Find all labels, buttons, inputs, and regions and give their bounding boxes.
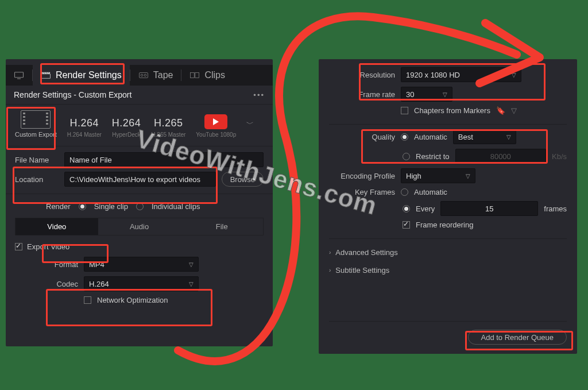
file-name-input[interactable]	[64, 152, 264, 167]
subtab-audio[interactable]: Audio	[98, 218, 181, 235]
export-video-label: Export Video	[27, 242, 69, 251]
quality-select[interactable]: Best▽	[453, 129, 516, 144]
svg-rect-6	[195, 73, 199, 78]
format-select[interactable]: MP4▽	[84, 257, 199, 272]
add-to-render-queue-button[interactable]: Add to Render Queue	[468, 330, 567, 345]
render-settings-panel: Render Settings - Custom Export ••• Cust…	[6, 59, 273, 346]
subtab-file[interactable]: File	[180, 218, 263, 235]
tab-render-settings[interactable]: Render Settings	[33, 65, 130, 86]
panel-menu-icon[interactable]: •••	[253, 91, 265, 99]
format-label: Format	[15, 260, 78, 269]
preset-sub: HyperDeck	[112, 132, 140, 138]
key-frames-label: Key Frames	[329, 188, 395, 196]
clapper-icon	[41, 71, 51, 79]
svg-point-4	[144, 74, 146, 76]
frame-rate-label: Frame rate	[329, 90, 395, 99]
tape-icon	[138, 71, 149, 79]
chevron-down-icon: ▽	[512, 72, 516, 78]
svg-rect-1	[42, 74, 51, 79]
svg-rect-0	[15, 72, 24, 78]
resolution-label: Resolution	[329, 71, 395, 79]
bookmark-icon: 🔖	[496, 106, 505, 115]
bitrate-input[interactable]: 80000	[455, 149, 546, 164]
resolution-select[interactable]: 1920 x 1080 HD▽	[401, 67, 521, 82]
kf-every-label: Every	[416, 204, 435, 213]
tab-clips[interactable]: Clips	[181, 65, 233, 86]
advanced-settings-expander[interactable]: › Advanced Settings	[329, 244, 567, 261]
render-label: Render	[46, 202, 71, 211]
radio-individual-clips[interactable]	[136, 203, 144, 210]
svg-rect-5	[191, 73, 195, 78]
kf-auto-label: Automatic	[414, 188, 447, 196]
render-settings-panel-right: Resolution 1920 x 1080 HD▽ Frame rate 30…	[319, 59, 577, 354]
chevron-down-icon: ▽	[466, 173, 470, 179]
network-opt-label: Network Optimization	[97, 296, 168, 304]
chevron-down-icon: ▽	[189, 261, 194, 268]
preset-youtube-1080p[interactable]: YouTube 1080p	[196, 114, 236, 138]
radio-quality-restrict[interactable]	[403, 153, 410, 160]
preset-h265-master[interactable]: H.265 H.265 Master	[151, 117, 185, 138]
chevron-down-icon: ▽	[506, 134, 511, 140]
preset-custom-export[interactable]: Custom Export	[15, 110, 57, 138]
chevron-down-icon: ▽	[443, 91, 447, 98]
file-name-label: File Name	[15, 156, 59, 164]
subtitle-label: Subtitle Settings	[335, 266, 389, 275]
frame-reorder-label: Frame reordering	[416, 221, 473, 229]
encoding-profile-label: Encoding Profile	[329, 172, 395, 180]
chapters-checkbox[interactable]	[401, 107, 408, 114]
preset-hyperdeck[interactable]: H.264 HyperDeck	[112, 117, 141, 138]
svg-point-3	[141, 74, 143, 76]
preset-big: H.264	[69, 117, 99, 129]
subtab-video[interactable]: Video	[16, 218, 98, 235]
location-input[interactable]	[64, 172, 216, 187]
radio-kf-every[interactable]	[403, 205, 410, 213]
tab-monitor[interactable]	[6, 65, 32, 86]
codec-value: H.264	[89, 280, 109, 288]
encoding-profile-value: High	[406, 172, 421, 180]
preset-label: Custom Export	[15, 131, 57, 138]
preset-big: H.264	[112, 117, 141, 129]
tab-label: Tape	[153, 70, 173, 80]
tab-label: Render Settings	[56, 70, 122, 80]
network-opt-checkbox[interactable]	[84, 296, 91, 304]
kf-frames-label: frames	[544, 204, 567, 213]
radio-single-clip[interactable]	[79, 203, 86, 210]
radio-kf-automatic[interactable]	[401, 188, 408, 196]
kbs-label: Kb/s	[552, 152, 567, 161]
codec-label: Codec	[15, 280, 78, 288]
individual-clips-label: Individual clips	[152, 202, 200, 211]
preset-sub: H.264 Master	[67, 132, 102, 138]
subtitle-settings-expander[interactable]: › Subtitle Settings	[329, 261, 567, 279]
panel-title: Render Settings - Custom Export	[14, 90, 131, 99]
quality-label: Quality	[329, 133, 395, 141]
format-value: MP4	[89, 260, 105, 269]
kf-value-input[interactable]	[440, 201, 538, 216]
chevron-right-icon: ›	[329, 249, 331, 256]
filmstrip-icon	[21, 110, 51, 129]
monitor-icon	[14, 71, 24, 79]
radio-quality-automatic[interactable]	[401, 133, 408, 141]
frame-rate-value: 30	[406, 90, 414, 99]
frame-rate-select[interactable]: 30▽	[401, 87, 452, 102]
encoding-profile-select[interactable]: High▽	[401, 168, 475, 183]
preset-h264-master[interactable]: H.264 H.264 Master	[67, 117, 102, 138]
preset-strip: Custom Export H.264 H.264 Master H.264 H…	[6, 104, 273, 146]
location-label: Location	[15, 175, 59, 184]
chevron-down-icon[interactable]: ﹀	[246, 119, 254, 129]
tab-label: Clips	[204, 70, 225, 80]
codec-select[interactable]: H.264▽	[84, 276, 199, 291]
browse-button[interactable]: Browse	[222, 172, 264, 187]
subtab-bar: Video Audio File	[15, 218, 264, 235]
restrict-label: Restrict to	[416, 152, 450, 161]
preset-big: H.265	[154, 117, 183, 129]
advanced-label: Advanced Settings	[335, 248, 397, 257]
export-video-checkbox[interactable]	[15, 243, 22, 250]
tab-tape[interactable]: Tape	[130, 65, 181, 86]
resolution-value: 1920 x 1080 HD	[406, 71, 460, 79]
chevron-down-icon[interactable]: ▽	[511, 106, 517, 115]
quality-value: Best	[458, 133, 473, 141]
chapters-label: Chapters from Markers	[414, 106, 490, 115]
frame-reorder-checkbox[interactable]	[403, 221, 410, 229]
quality-auto-label: Automatic	[414, 133, 447, 141]
single-clip-label: Single clip	[94, 202, 128, 211]
